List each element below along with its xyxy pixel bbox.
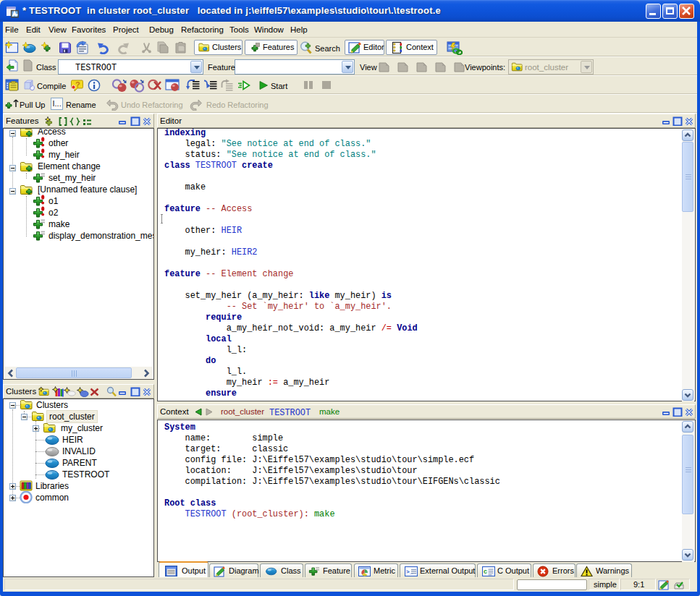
- svg-text:c: c: [484, 568, 487, 575]
- svg-text:I...: I...: [53, 99, 62, 108]
- svg-text:?: ?: [75, 80, 80, 89]
